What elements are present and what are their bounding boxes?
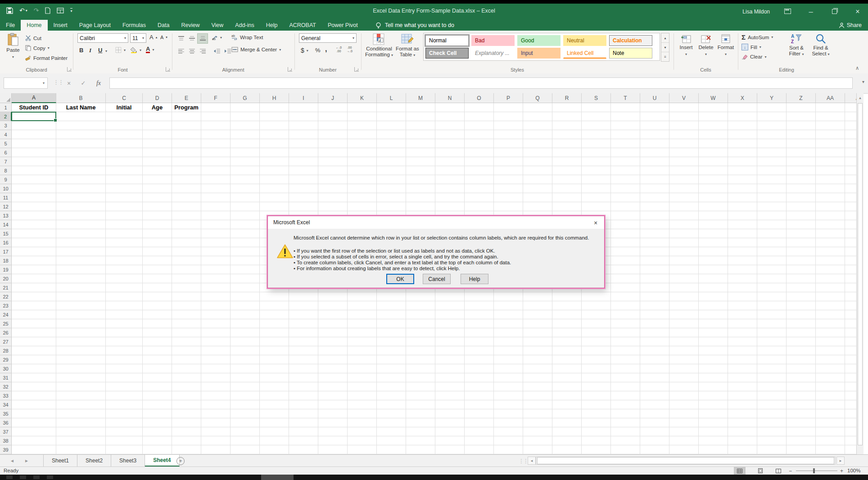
cell-A8[interactable] (12, 166, 56, 175)
cell-N2[interactable] (435, 112, 465, 121)
cell-L28[interactable] (377, 346, 406, 355)
cell-Y30[interactable] (757, 364, 787, 373)
cell-AA28[interactable] (816, 346, 845, 355)
cell-G10[interactable] (231, 184, 260, 193)
cell-M10[interactable] (406, 184, 435, 193)
cell-Q9[interactable] (523, 175, 552, 184)
cell-V12[interactable] (669, 202, 699, 211)
cell-Q38[interactable] (523, 436, 552, 445)
cell-V38[interactable] (669, 436, 699, 445)
insert-cells-button[interactable]: Insert▾ (677, 34, 695, 57)
cell-Z3[interactable] (787, 121, 816, 130)
cell-R8[interactable] (552, 166, 582, 175)
top-align-button[interactable] (176, 33, 186, 44)
cell-M34[interactable] (406, 400, 435, 409)
name-box[interactable]: ▾ (4, 77, 48, 89)
cell-K37[interactable] (348, 427, 377, 436)
cell-K4[interactable] (348, 130, 377, 139)
tab-power-pivot[interactable]: Power Pivot (322, 20, 364, 31)
style-linked-cell[interactable]: Linked Cell (563, 48, 606, 59)
cell-F15[interactable] (201, 229, 231, 238)
cell-G38[interactable] (231, 436, 260, 445)
cell-S22[interactable] (582, 292, 611, 301)
cell-C14[interactable] (106, 220, 143, 229)
cell-E30[interactable] (172, 364, 201, 373)
cell-F30[interactable] (201, 364, 231, 373)
cell-W21[interactable] (699, 283, 728, 292)
cell-M4[interactable] (406, 130, 435, 139)
cell-N24[interactable] (435, 310, 465, 319)
cell-C3[interactable] (106, 121, 143, 130)
cell-U27[interactable] (640, 337, 669, 346)
increase-decimal-button[interactable]: ←.0.00 (336, 46, 342, 53)
cell-AB13[interactable] (845, 211, 856, 220)
cell-J35[interactable] (318, 409, 348, 418)
cell-D27[interactable] (143, 337, 172, 346)
cell-AB22[interactable] (845, 292, 856, 301)
cell-K36[interactable] (348, 418, 377, 427)
style-explanatory[interactable]: Explanatory ... (471, 48, 515, 59)
cell-V2[interactable] (669, 112, 699, 121)
gallery-scroll-down-icon[interactable]: ▾ (661, 43, 669, 52)
cell-R11[interactable] (552, 193, 582, 202)
cell-H28[interactable] (260, 346, 289, 355)
style-neutral[interactable]: Neutral (563, 35, 606, 46)
cell-I27[interactable] (289, 337, 318, 346)
cell-A31[interactable] (12, 373, 56, 382)
cell-K38[interactable] (348, 436, 377, 445)
underline-button[interactable]: U (98, 47, 102, 54)
cell-H12[interactable] (260, 202, 289, 211)
cell-C23[interactable] (106, 301, 143, 310)
cell-D21[interactable] (143, 283, 172, 292)
cell-A5[interactable] (12, 139, 56, 148)
cell-Y4[interactable] (757, 130, 787, 139)
format-painter-button[interactable]: Format Painter (25, 55, 68, 61)
cell-P36[interactable] (494, 418, 523, 427)
cell-H1[interactable] (260, 103, 289, 112)
cell-Y22[interactable] (757, 292, 787, 301)
hscroll-right-icon[interactable]: ▸ (836, 457, 845, 465)
cell-K7[interactable] (348, 157, 377, 166)
clear-button[interactable]: Clear▾ (741, 54, 767, 59)
cell-F5[interactable] (201, 139, 231, 148)
cell-Q23[interactable] (523, 301, 552, 310)
cell-P25[interactable] (494, 319, 523, 328)
tab-home[interactable]: Home (21, 20, 47, 31)
cell-L38[interactable] (377, 436, 406, 445)
cell-L5[interactable] (377, 139, 406, 148)
cell-X23[interactable] (728, 301, 757, 310)
cell-E16[interactable] (172, 238, 201, 247)
row-header-19[interactable]: 19 (0, 265, 12, 274)
cell-R35[interactable] (552, 409, 582, 418)
cell-AA15[interactable] (816, 229, 845, 238)
cell-V22[interactable] (669, 292, 699, 301)
cell-W33[interactable] (699, 391, 728, 400)
cell-AB23[interactable] (845, 301, 856, 310)
cell-J12[interactable] (318, 202, 348, 211)
cell-U11[interactable] (640, 193, 669, 202)
cell-I31[interactable] (289, 373, 318, 382)
cell-U17[interactable] (640, 247, 669, 256)
cell-R24[interactable] (552, 310, 582, 319)
cell-H5[interactable] (260, 139, 289, 148)
cell-A13[interactable] (12, 211, 56, 220)
cell-M1[interactable] (406, 103, 435, 112)
cell-U28[interactable] (640, 346, 669, 355)
tab-view[interactable]: View (205, 20, 229, 31)
cell-U20[interactable] (640, 274, 669, 283)
cell-R37[interactable] (552, 427, 582, 436)
cell-AB1[interactable] (845, 103, 856, 112)
cell-Q8[interactable] (523, 166, 552, 175)
column-header-O[interactable]: O (465, 93, 494, 103)
cell-U37[interactable] (640, 427, 669, 436)
insert-function-icon[interactable]: fx (93, 77, 104, 89)
cell-C37[interactable] (106, 427, 143, 436)
sheet-nav-next-icon[interactable]: ▸ (25, 455, 28, 466)
cell-B26[interactable] (56, 328, 106, 337)
cell-T32[interactable] (611, 382, 640, 391)
cell-AA26[interactable] (816, 328, 845, 337)
cell-X8[interactable] (728, 166, 757, 175)
new-sheet-button[interactable]: + (176, 457, 185, 465)
cell-H30[interactable] (260, 364, 289, 373)
row-header-36[interactable]: 36 (0, 418, 12, 427)
